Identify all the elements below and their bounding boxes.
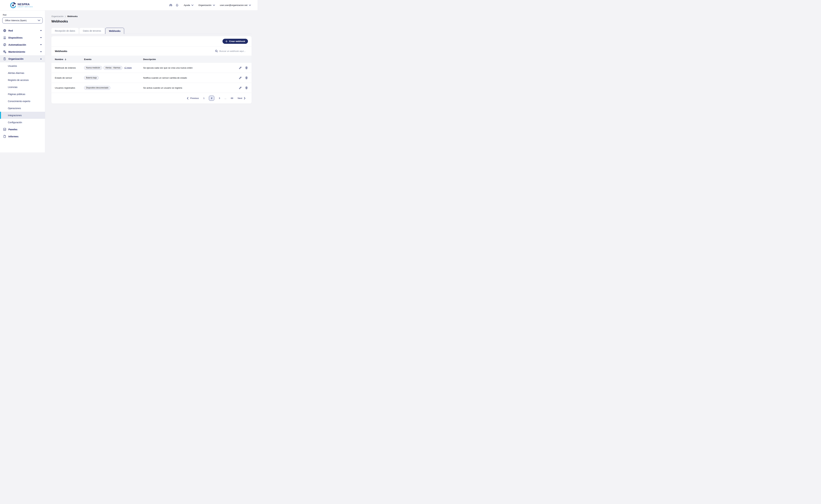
caret-down-icon [40, 44, 42, 45]
top-bar: NESPRA SMART DEVICES [0, 0, 258, 11]
sidebar-item-integraciones[interactable]: Integraciones [0, 112, 45, 119]
chevron-right-icon [65, 16, 66, 17]
sidebar-item-usuarios[interactable]: Usuarios [0, 62, 45, 69]
sidebar-item-mantenimiento[interactable]: Mantenimiento [0, 48, 45, 55]
sort-desc-icon [64, 58, 66, 60]
breadcrumb: Organización Webhooks [51, 15, 252, 18]
sidebar-item-label: Informes [8, 135, 18, 138]
card-toolbar: Crear webhook [51, 36, 252, 46]
delete-button[interactable] [245, 76, 248, 79]
sidebar: Red Office Valencia (Spain) Red [0, 11, 45, 152]
sidebar-item-organizacion[interactable]: Organización [0, 55, 45, 62]
event-chip: Nueva medición [84, 66, 102, 70]
webhook-name: Webhook de órdenes [55, 67, 84, 69]
organization-menu[interactable]: Organización [198, 4, 215, 6]
next-page-button[interactable]: Next [238, 97, 245, 99]
sidebar-subitem-label: Alertas-Alarmas [8, 72, 24, 74]
sidebar-item-paneles[interactable]: Paneles [0, 126, 45, 133]
help-menu[interactable]: Ayuda [184, 4, 193, 6]
organization-menu-label: Organización [198, 4, 212, 6]
network-select[interactable]: Office Valencia (Spain) [2, 17, 43, 23]
chevron-down-icon [213, 5, 215, 6]
bell-icon[interactable] [175, 3, 179, 7]
user-email: user.user@organizacion.net [220, 4, 248, 6]
sidebar-item-conocimiento-experto[interactable]: Conocimiento experto [0, 98, 45, 105]
sidebar-item-paginas-publicas[interactable]: Páginas públicas [0, 91, 45, 98]
table-row: Webhook de órdenes Nueva medición Alerta… [51, 63, 252, 73]
column-header-nombre[interactable]: Nombre [55, 58, 84, 61]
more-events-link[interactable]: +2 more [124, 67, 131, 69]
user-account-menu[interactable]: user.user@organizacion.net [220, 4, 251, 6]
sidebar-item-red[interactable]: Red [0, 27, 45, 34]
sidebar-item-automatizacion[interactable]: Automatización [0, 41, 45, 48]
sidebar-item-licencias[interactable]: Licencias [0, 84, 45, 91]
edit-button[interactable] [239, 66, 242, 69]
page-88-button[interactable]: 88 [231, 97, 233, 99]
network-select-value: Office Valencia (Spain) [5, 19, 27, 22]
sidebar-item-registro-de-accesos[interactable]: Registro de accesos [0, 76, 45, 84]
sidebar-item-label: Organización [8, 58, 23, 60]
sidebar-item-configuracion[interactable]: Configuración [0, 119, 45, 126]
main-content: Organización Webhooks Webhooks Recepción… [45, 11, 258, 152]
sidebar-subitem-label: Registro de accesos [8, 79, 29, 81]
column-label: Nombre [55, 58, 63, 61]
pencil-icon [239, 86, 242, 89]
breadcrumb-webhooks: Webhooks [67, 15, 78, 18]
sidebar-item-alertas-alarmas[interactable]: Alertas-Alarmas [0, 69, 45, 76]
card-title: Webhooks [55, 50, 67, 53]
panels-chart-icon [3, 128, 7, 131]
sidebar-item-operaciones[interactable]: Operaciones [0, 105, 45, 112]
edit-button[interactable] [239, 76, 242, 79]
automation-sync-icon [3, 43, 7, 46]
webhook-description: Se ejecuta cada vez que se crea una nuev… [143, 67, 233, 69]
search-input[interactable] [220, 50, 248, 52]
previous-label: Previous [190, 97, 199, 99]
delete-button[interactable] [245, 86, 248, 89]
page-1-button[interactable]: 1 [203, 97, 204, 99]
webhook-search [215, 50, 248, 53]
globe-icon [3, 29, 7, 32]
sidebar-item-dispositivos[interactable]: Dispositivos [0, 34, 45, 41]
sidebar-subitem-label: Conocimiento experto [8, 100, 30, 103]
create-webhook-button[interactable]: Crear webhook [223, 39, 248, 44]
brand-name: NESPRA [18, 3, 33, 6]
column-header-evento: Evento [84, 58, 143, 61]
tab-webhooks[interactable]: Webhooks [105, 28, 124, 34]
webhooks-card: Crear webhook Webhooks Nombre [51, 36, 252, 104]
app-window: NESPRA SMART DEVICES [0, 0, 258, 152]
delete-button[interactable] [245, 66, 248, 69]
caret-down-icon [40, 37, 42, 38]
sidebar-item-informes[interactable]: Informes [0, 133, 45, 140]
chevron-down-icon [191, 5, 193, 6]
column-header-descripcion: Descripción [143, 58, 233, 61]
row-actions [233, 86, 248, 89]
sidebar-subitem-label: Usuarios [8, 65, 17, 67]
tab-label: Recepción de datos [55, 30, 75, 32]
caret-down-icon [40, 51, 42, 52]
breadcrumb-organizacion[interactable]: Organización [51, 15, 63, 18]
tab-bar: Recepción de datos Datos de terceros Web… [51, 28, 252, 34]
sidebar-item-label: Automatización [8, 43, 26, 46]
pencil-icon [239, 66, 242, 69]
sidebar-subitem-label: Páginas públicas [8, 93, 25, 95]
edit-button[interactable] [239, 86, 242, 89]
report-document-icon [3, 135, 7, 138]
page-3-button[interactable]: 3 [219, 97, 220, 99]
column-label: Evento [84, 58, 91, 61]
chevron-left-icon [187, 97, 188, 99]
page-2-button-current[interactable]: 2 [209, 96, 214, 101]
sidebar-item-label: Dispositivos [8, 36, 22, 39]
device-antenna-icon [3, 36, 7, 39]
event-chip: Batería baja [84, 76, 99, 80]
chevron-down-icon [38, 20, 40, 21]
broadcast-icon[interactable] [169, 3, 172, 7]
trash-icon [245, 86, 248, 89]
tab-datos-de-terceros[interactable]: Datos de terceros [79, 28, 105, 34]
tab-recepcion-de-datos[interactable]: Recepción de datos [51, 28, 79, 34]
row-actions [233, 76, 248, 79]
sidebar-item-label: Red [8, 29, 13, 32]
event-chips: Nueva medición Alertas - Alarmas +2 more [84, 66, 143, 70]
event-chips: Batería baja [84, 76, 143, 80]
previous-page-button[interactable]: Previous [187, 97, 199, 99]
organization-building-icon [3, 57, 7, 61]
